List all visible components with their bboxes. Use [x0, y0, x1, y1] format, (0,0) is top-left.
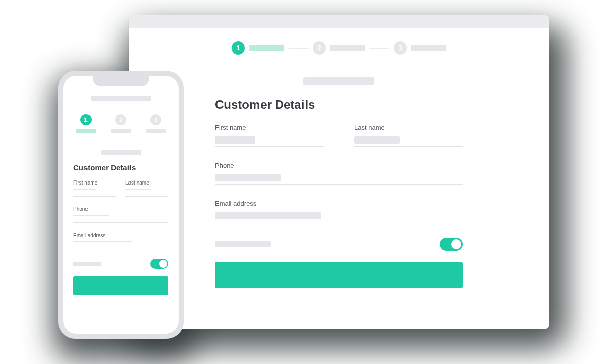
step-1-dot[interactable]: 1	[232, 41, 245, 55]
last-name-input[interactable]	[354, 135, 463, 147]
phone-step-3-dot[interactable]: 3	[150, 114, 161, 125]
desktop-window: 1 2 3 Customer Details First name	[129, 15, 549, 329]
phone-topbar-title-placeholder	[91, 96, 151, 101]
first-name-input[interactable]	[215, 135, 324, 147]
phone-notch	[93, 76, 149, 86]
phone-step-3-label	[146, 129, 166, 133]
toggle-label-placeholder	[215, 241, 271, 247]
phone-toggle-label-placeholder	[73, 262, 101, 266]
phone-screen: 1 2 3 Customer Details First name	[63, 76, 179, 334]
phone-page-title-placeholder	[101, 150, 141, 155]
email-input[interactable]	[215, 211, 463, 222]
phone-topbar	[63, 90, 179, 106]
page-title-placeholder	[304, 77, 374, 85]
phone-email-label: Email address	[73, 233, 168, 238]
phone-form-heading: Customer Details	[73, 163, 168, 172]
phone-last-name-label: Last name	[125, 180, 168, 186]
step-1-label	[249, 46, 284, 51]
phone-step-1-label	[76, 129, 96, 133]
last-name-label: Last name	[354, 124, 463, 131]
phone-submit-button[interactable]	[73, 276, 168, 295]
phone-phone-label: Phone	[73, 206, 168, 212]
option-toggle[interactable]	[440, 238, 463, 251]
phone-frame: 1 2 3 Customer Details First name	[58, 71, 184, 339]
phone-label: Phone	[215, 162, 463, 169]
step-2-label	[330, 46, 365, 51]
phone-phone-input[interactable]	[73, 216, 168, 223]
phone-option-toggle[interactable]	[150, 259, 168, 269]
browser-chrome-bar	[129, 15, 549, 28]
phone-first-name-input[interactable]	[73, 190, 116, 197]
step-connector	[369, 48, 389, 49]
first-name-label: First name	[215, 124, 324, 131]
phone-input[interactable]	[215, 173, 463, 185]
phone-last-name-input[interactable]	[125, 190, 168, 197]
phone-progress-stepper: 1 2 3	[63, 106, 179, 141]
phone-step-1-dot[interactable]: 1	[80, 114, 92, 125]
email-label: Email address	[215, 200, 463, 207]
phone-toggle-knob	[159, 260, 167, 268]
form-heading: Customer Details	[215, 98, 463, 112]
phone-step-2-dot[interactable]: 2	[115, 114, 126, 125]
step-3-label	[411, 46, 446, 51]
phone-first-name-label: First name	[73, 180, 116, 186]
step-2-dot[interactable]: 2	[313, 41, 326, 55]
step-3-dot[interactable]: 3	[394, 41, 407, 55]
progress-stepper: 1 2 3	[129, 28, 549, 66]
submit-button[interactable]	[215, 262, 463, 288]
toggle-knob	[451, 239, 461, 249]
step-connector	[288, 48, 309, 49]
phone-step-2-label	[111, 129, 131, 133]
phone-email-input[interactable]	[73, 242, 168, 249]
